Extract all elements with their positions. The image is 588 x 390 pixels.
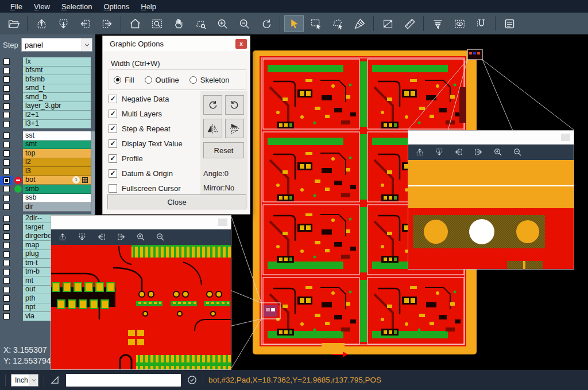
layer-row-layer_3.gbr[interactable]: layer_3.gbr (0, 102, 95, 111)
clear-highlight-button[interactable] (350, 15, 369, 32)
layer-row-l2[interactable]: l2 (0, 158, 95, 167)
layer-name[interactable]: l2 (23, 158, 91, 167)
layer-row-sst[interactable]: sst (0, 131, 95, 141)
layer-name[interactable]: smt (23, 141, 91, 150)
open-file-button[interactable] (3, 15, 23, 32)
magnifier-view[interactable] (408, 160, 574, 269)
layer-row-l2+1[interactable]: l2+1 (0, 111, 95, 120)
layer-name[interactable]: smb (23, 185, 91, 194)
layer-row-bfsmt[interactable]: bfsmt (0, 67, 95, 76)
layer-checkbox[interactable] (0, 303, 13, 313)
layer-checkbox[interactable] (0, 176, 13, 185)
layer-checkbox[interactable] (0, 276, 13, 286)
layer-status-indicator[interactable] (13, 185, 23, 194)
pan-down-button[interactable] (78, 232, 87, 242)
layer-checkbox[interactable] (0, 250, 13, 259)
layer-checkbox[interactable] (0, 84, 13, 93)
pan-up-button[interactable] (58, 232, 68, 242)
zoom-home-button[interactable] (125, 15, 145, 32)
zoom-out-button[interactable] (156, 232, 165, 242)
magnifier-titlebar[interactable] (51, 216, 231, 229)
measure-ruler-button[interactable] (400, 15, 419, 32)
layer-name[interactable]: smd_b (23, 93, 91, 102)
layer-name[interactable]: fx (23, 57, 91, 67)
zoom-window-button[interactable] (147, 15, 167, 32)
layer-list-scrollbar[interactable] (91, 131, 95, 216)
layer-checkbox[interactable] (0, 259, 13, 268)
measure-points-button[interactable] (378, 15, 397, 32)
layer-checkbox[interactable] (0, 75, 13, 84)
magnifier-window-pad[interactable] (408, 130, 574, 270)
layer-name[interactable]: l3+1 (23, 120, 91, 129)
zoom-in-button[interactable] (136, 232, 146, 242)
layer-checkbox[interactable] (0, 294, 13, 303)
radio-outline[interactable]: Outline (145, 76, 179, 84)
pan-left-button[interactable] (97, 232, 107, 242)
confirm-check-icon[interactable] (187, 375, 198, 385)
layer-checkbox[interactable] (0, 312, 13, 321)
radio-fill[interactable]: Fill (114, 76, 134, 84)
checkbox-profile[interactable]: ✓Profile (109, 151, 200, 166)
checkbox-negative-data[interactable]: ✓Negative Data (109, 91, 200, 106)
layer-name[interactable]: l3 (23, 167, 91, 176)
magnifier-menu-button[interactable] (218, 219, 227, 226)
checkbox-fullscreen-cursor[interactable]: Fullscreen Cursor (109, 181, 200, 196)
layer-row-bfsmb[interactable]: bfsmb (0, 75, 95, 84)
radio-skeleton[interactable]: Skeleton (189, 76, 230, 84)
layer-checkbox[interactable] (0, 194, 13, 203)
layer-name[interactable]: smd_t (23, 84, 91, 93)
pan-right-button[interactable] (117, 232, 126, 242)
menu-options[interactable]: Options (98, 1, 135, 12)
pan-right-button[interactable] (474, 147, 483, 157)
layer-name[interactable]: layer_3.gbr (23, 102, 91, 111)
pan-view-up-button[interactable] (32, 15, 51, 32)
layer-name[interactable]: l2+1 (23, 111, 91, 120)
layer-row-ssb[interactable]: ssb (0, 194, 95, 203)
layer-checkbox[interactable] (0, 102, 13, 111)
pan-left-button[interactable] (454, 147, 464, 157)
layer-checkbox[interactable] (0, 141, 13, 150)
pan-down-button[interactable] (435, 147, 444, 157)
layer-name[interactable]: ssb (23, 194, 91, 203)
zoom-in-button[interactable] (212, 15, 232, 32)
filter-button[interactable] (428, 15, 447, 32)
layer-row-smt[interactable]: smt (0, 141, 95, 150)
zoom-polygon-button[interactable] (191, 15, 210, 32)
magnifier-titlebar[interactable] (408, 131, 574, 145)
layer-name[interactable]: sst (23, 131, 91, 141)
view-options-button[interactable] (450, 15, 469, 32)
layer-checkbox[interactable] (0, 202, 13, 212)
layer-checkbox[interactable] (0, 57, 13, 67)
checkbox-step-repeat[interactable]: ✓Step & Repeat (109, 121, 200, 136)
layer-name[interactable]: dir (23, 202, 91, 212)
layer-checkbox[interactable] (0, 111, 13, 120)
zoom-in-button[interactable] (493, 147, 503, 157)
menu-view[interactable]: View (28, 1, 56, 12)
menu-selection[interactable]: Selection (56, 1, 98, 12)
layer-checkbox[interactable] (0, 223, 13, 232)
active-layer-indicator[interactable] (13, 176, 23, 185)
rotate-ccw-button[interactable] (225, 95, 244, 115)
layer-name[interactable]: bfsmt (23, 67, 91, 76)
select-rectangle-button[interactable] (306, 15, 326, 32)
layer-name[interactable]: bot1 (23, 176, 91, 185)
zoom-out-button[interactable] (234, 15, 254, 32)
layer-row-smd_b[interactable]: smd_b (0, 93, 95, 102)
layer-checkbox[interactable] (0, 167, 13, 176)
pan-view-right-button[interactable] (97, 15, 117, 32)
layer-checkbox[interactable] (0, 268, 13, 277)
layer-checkbox[interactable] (0, 214, 13, 224)
pan-hand-button[interactable] (169, 15, 188, 32)
reset-button[interactable]: Reset (203, 142, 244, 158)
layer-checkbox[interactable] (0, 232, 13, 241)
select-tool-button[interactable] (284, 15, 304, 32)
snap-magnet-button[interactable] (471, 15, 491, 32)
pan-view-left-button[interactable] (75, 15, 95, 32)
layer-row-l3[interactable]: l3 (0, 167, 95, 176)
step-dropdown[interactable]: panel (21, 38, 92, 52)
layer-checkbox[interactable] (0, 185, 13, 194)
pan-up-button[interactable] (415, 147, 425, 157)
magnifier-menu-button[interactable] (561, 134, 570, 141)
layer-name[interactable]: bfsmb (23, 75, 91, 84)
layer-name[interactable]: top (23, 149, 91, 158)
